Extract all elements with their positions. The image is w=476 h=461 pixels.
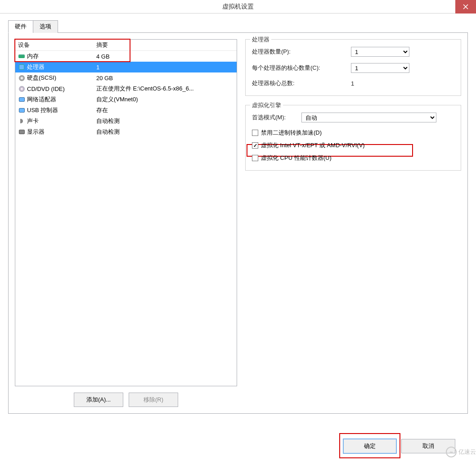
close-button[interactable] bbox=[455, 0, 476, 14]
preferred-mode-select[interactable]: 自动 bbox=[301, 113, 436, 122]
processor-count-row: 处理器数量(P): 1 bbox=[252, 47, 454, 57]
usb-icon bbox=[18, 107, 25, 114]
disable-bt-checkbox[interactable] bbox=[252, 130, 258, 136]
close-icon bbox=[463, 4, 468, 9]
tab-hardware[interactable]: 硬件 bbox=[8, 20, 33, 33]
virtualization-group-title: 虚拟化引擎 bbox=[250, 101, 283, 109]
device-name: 内存 bbox=[27, 52, 96, 60]
device-name: 处理器 bbox=[27, 63, 96, 71]
processor-count-select[interactable]: 1 bbox=[351, 47, 409, 57]
dialog-buttons: 确定 取消 bbox=[343, 438, 455, 454]
disable-bt-label: 禁用二进制转换加速(D) bbox=[261, 129, 322, 137]
device-summary: 4 GB bbox=[96, 53, 234, 60]
tab-content: 设备 摘要 内存4 GB处理器1硬盘(SCSI)20 GBCD/DVD (IDE… bbox=[8, 33, 468, 414]
total-cores-row: 处理器核心总数: 1 bbox=[252, 79, 454, 87]
cpu-perf-label: 虚拟化 CPU 性能计数器(U) bbox=[261, 154, 332, 162]
cpu-icon bbox=[18, 63, 25, 71]
preferred-mode-row: 首选模式(M): 自动 bbox=[252, 113, 454, 122]
display-icon bbox=[18, 128, 25, 136]
device-name: 显示器 bbox=[27, 128, 96, 136]
watermark-logo-icon: ∞ bbox=[446, 447, 457, 457]
device-summary: 自动检测 bbox=[96, 117, 234, 125]
cores-per-cpu-row: 每个处理器的核心数量(C): 1 bbox=[252, 63, 454, 73]
disk-icon bbox=[18, 74, 25, 81]
device-summary: 20 GB bbox=[96, 75, 234, 81]
device-summary: 存在 bbox=[96, 106, 234, 114]
right-pane: 处理器 处理器数量(P): 1 每个处理器的核心数量(C): 1 bbox=[245, 39, 461, 407]
header-summary: 摘要 bbox=[96, 41, 234, 49]
watermark-text: 亿速云 bbox=[458, 448, 476, 456]
virtualization-group: 虚拟化引擎 首选模式(M): 自动 禁用二进制转换加速(D) bbox=[245, 105, 461, 171]
device-name: 网络适配器 bbox=[27, 95, 96, 104]
device-name: 声卡 bbox=[27, 117, 96, 125]
tab-strip: 硬件 选项 bbox=[8, 20, 468, 33]
disable-bt-row: 禁用二进制转换加速(D) bbox=[252, 129, 454, 137]
cpu-perf-row: 虚拟化 CPU 性能计数器(U) bbox=[252, 154, 454, 162]
device-row-4[interactable]: 网络适配器自定义(VMnet0) bbox=[15, 94, 237, 105]
vtx-label: 虚拟化 Intel VT-x/EPT 或 AMD-V/RVI(V) bbox=[261, 141, 365, 149]
device-name: 硬盘(SCSI) bbox=[27, 74, 96, 82]
processor-group: 处理器 处理器数量(P): 1 每个处理器的核心数量(C): 1 bbox=[245, 39, 461, 96]
device-summary: 1 bbox=[96, 64, 234, 71]
device-row-1[interactable]: 处理器1 bbox=[15, 62, 237, 72]
device-summary: 自动检测 bbox=[96, 128, 234, 136]
cores-per-cpu-label: 每个处理器的核心数量(C): bbox=[252, 64, 351, 72]
device-row-6[interactable]: 声卡自动检测 bbox=[15, 116, 237, 127]
total-cores-value: 1 bbox=[351, 80, 454, 87]
device-name: USB 控制器 bbox=[27, 106, 96, 114]
left-pane: 设备 摘要 内存4 GB处理器1硬盘(SCSI)20 GBCD/DVD (IDE… bbox=[15, 39, 237, 407]
device-row-2[interactable]: 硬盘(SCSI)20 GB bbox=[15, 72, 237, 83]
tab-options[interactable]: 选项 bbox=[33, 20, 58, 33]
vtx-checkbox[interactable] bbox=[252, 142, 258, 149]
network-icon bbox=[18, 96, 25, 103]
processor-count-label: 处理器数量(P): bbox=[252, 48, 351, 56]
dialog-body: 硬件 选项 设备 摘要 内存4 GB处理器1硬盘(SCSI)20 GBCD/DV… bbox=[0, 14, 476, 446]
device-row-7[interactable]: 显示器自动检测 bbox=[15, 127, 237, 137]
device-row-3[interactable]: CD/DVD (IDE)正在使用文件 E:\CentOS-6.5-x86_6..… bbox=[15, 83, 237, 94]
cd-icon bbox=[18, 85, 25, 92]
device-name: CD/DVD (IDE) bbox=[27, 86, 96, 92]
cpu-perf-checkbox[interactable] bbox=[252, 155, 258, 161]
add-button[interactable]: 添加(A)... bbox=[74, 393, 123, 407]
vtx-row: 虚拟化 Intel VT-x/EPT 或 AMD-V/RVI(V) bbox=[252, 141, 454, 149]
preferred-mode-label: 首选模式(M): bbox=[252, 113, 301, 122]
processor-group-title: 处理器 bbox=[250, 36, 271, 44]
ok-button[interactable]: 确定 bbox=[343, 438, 397, 454]
sound-icon bbox=[18, 118, 25, 125]
device-summary: 自定义(VMnet0) bbox=[96, 95, 234, 104]
window-title: 虚拟机设置 bbox=[222, 3, 254, 11]
watermark: ∞ 亿速云 bbox=[446, 447, 476, 457]
titlebar: 虚拟机设置 bbox=[0, 0, 476, 14]
header-device: 设备 bbox=[18, 41, 96, 49]
memory-icon bbox=[18, 53, 25, 60]
device-row-5[interactable]: USB 控制器存在 bbox=[15, 105, 237, 116]
total-cores-label: 处理器核心总数: bbox=[252, 79, 351, 87]
cores-per-cpu-select[interactable]: 1 bbox=[351, 63, 409, 73]
device-buttons: 添加(A)... 移除(R) bbox=[15, 393, 237, 407]
device-list: 设备 摘要 内存4 GB处理器1硬盘(SCSI)20 GBCD/DVD (IDE… bbox=[15, 39, 237, 386]
device-list-header: 设备 摘要 bbox=[15, 40, 237, 51]
remove-button[interactable]: 移除(R) bbox=[129, 393, 178, 407]
device-row-0[interactable]: 内存4 GB bbox=[15, 51, 237, 62]
device-summary: 正在使用文件 E:\CentOS-6.5-x86_6... bbox=[96, 85, 234, 93]
